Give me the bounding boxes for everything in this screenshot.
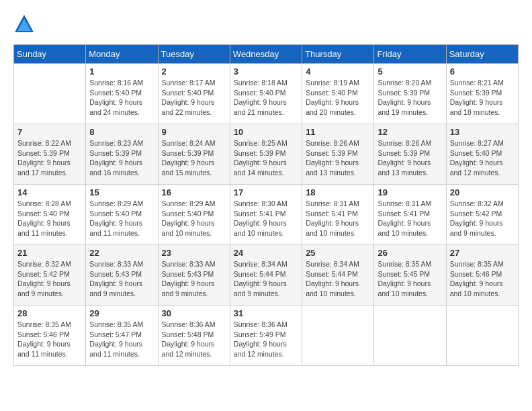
weekday-header-monday: Monday <box>86 45 158 64</box>
day-cell: 4Sunrise: 8:19 AM Sunset: 5:40 PM Daylig… <box>302 64 374 124</box>
week-row-1: 1Sunrise: 8:16 AM Sunset: 5:40 PM Daylig… <box>14 64 519 124</box>
day-number: 11 <box>306 127 370 137</box>
day-info: Sunrise: 8:19 AM Sunset: 5:40 PM Dayligh… <box>306 78 370 118</box>
day-cell: 3Sunrise: 8:18 AM Sunset: 5:40 PM Daylig… <box>230 64 302 124</box>
day-number: 1 <box>89 66 154 77</box>
day-cell: 21Sunrise: 8:32 AM Sunset: 5:42 PM Dayli… <box>14 245 86 306</box>
day-info: Sunrise: 8:25 AM Sunset: 5:39 PM Dayligh… <box>234 138 298 178</box>
day-info: Sunrise: 8:28 AM Sunset: 5:40 PM Dayligh… <box>17 199 82 238</box>
day-cell: 24Sunrise: 8:34 AM Sunset: 5:44 PM Dayli… <box>230 245 302 306</box>
day-cell: 7Sunrise: 8:22 AM Sunset: 5:39 PM Daylig… <box>14 124 86 185</box>
day-info: Sunrise: 8:21 AM Sunset: 5:39 PM Dayligh… <box>450 78 515 118</box>
day-number: 18 <box>306 187 370 197</box>
day-info: Sunrise: 8:29 AM Sunset: 5:40 PM Dayligh… <box>89 199 154 238</box>
day-cell: 28Sunrise: 8:35 AM Sunset: 5:46 PM Dayli… <box>14 306 86 366</box>
day-cell: 23Sunrise: 8:33 AM Sunset: 5:43 PM Dayli… <box>158 245 230 306</box>
day-info: Sunrise: 8:35 AM Sunset: 5:46 PM Dayligh… <box>17 320 82 359</box>
day-number: 28 <box>17 308 82 318</box>
day-cell: 18Sunrise: 8:31 AM Sunset: 5:41 PM Dayli… <box>302 185 374 245</box>
weekday-header-row: SundayMondayTuesdayWednesdayThursdayFrid… <box>14 45 519 64</box>
day-cell: 14Sunrise: 8:28 AM Sunset: 5:40 PM Dayli… <box>14 185 86 245</box>
day-number: 29 <box>89 308 154 318</box>
week-row-4: 21Sunrise: 8:32 AM Sunset: 5:42 PM Dayli… <box>14 245 519 306</box>
day-number: 4 <box>306 66 370 77</box>
day-number: 26 <box>378 248 442 258</box>
logo <box>13 13 38 35</box>
day-info: Sunrise: 8:35 AM Sunset: 5:45 PM Dayligh… <box>378 259 442 299</box>
day-number: 24 <box>234 248 298 258</box>
day-info: Sunrise: 8:27 AM Sunset: 5:40 PM Dayligh… <box>450 138 515 178</box>
day-number: 13 <box>450 127 515 137</box>
day-info: Sunrise: 8:33 AM Sunset: 5:43 PM Dayligh… <box>89 259 154 299</box>
day-cell <box>14 64 86 124</box>
day-cell: 11Sunrise: 8:26 AM Sunset: 5:39 PM Dayli… <box>302 124 374 185</box>
logo-icon <box>13 13 35 35</box>
day-number: 25 <box>306 248 370 258</box>
day-cell: 29Sunrise: 8:35 AM Sunset: 5:47 PM Dayli… <box>86 306 158 366</box>
day-cell: 8Sunrise: 8:23 AM Sunset: 5:39 PM Daylig… <box>86 124 158 185</box>
weekday-header-friday: Friday <box>374 45 446 64</box>
weekday-header-tuesday: Tuesday <box>158 45 230 64</box>
day-cell: 5Sunrise: 8:20 AM Sunset: 5:39 PM Daylig… <box>374 64 446 124</box>
day-number: 16 <box>162 187 226 197</box>
day-number: 8 <box>89 127 154 137</box>
day-number: 30 <box>162 308 226 318</box>
day-cell <box>302 306 374 366</box>
day-number: 12 <box>378 127 442 137</box>
week-row-5: 28Sunrise: 8:35 AM Sunset: 5:46 PM Dayli… <box>14 306 519 366</box>
day-info: Sunrise: 8:34 AM Sunset: 5:44 PM Dayligh… <box>306 259 370 299</box>
day-cell: 6Sunrise: 8:21 AM Sunset: 5:39 PM Daylig… <box>446 64 518 124</box>
day-number: 20 <box>450 187 515 197</box>
day-info: Sunrise: 8:20 AM Sunset: 5:39 PM Dayligh… <box>378 78 442 118</box>
day-cell: 2Sunrise: 8:17 AM Sunset: 5:40 PM Daylig… <box>158 64 230 124</box>
day-cell: 31Sunrise: 8:36 AM Sunset: 5:49 PM Dayli… <box>230 306 302 366</box>
day-cell: 30Sunrise: 8:36 AM Sunset: 5:48 PM Dayli… <box>158 306 230 366</box>
weekday-header-thursday: Thursday <box>302 45 374 64</box>
day-number: 15 <box>89 187 154 197</box>
day-number: 23 <box>162 248 226 258</box>
day-cell: 16Sunrise: 8:29 AM Sunset: 5:40 PM Dayli… <box>158 185 230 245</box>
day-number: 3 <box>234 66 298 77</box>
day-info: Sunrise: 8:31 AM Sunset: 5:41 PM Dayligh… <box>378 199 442 238</box>
day-cell: 9Sunrise: 8:24 AM Sunset: 5:39 PM Daylig… <box>158 124 230 185</box>
day-info: Sunrise: 8:35 AM Sunset: 5:47 PM Dayligh… <box>89 320 154 359</box>
day-cell: 22Sunrise: 8:33 AM Sunset: 5:43 PM Dayli… <box>86 245 158 306</box>
day-info: Sunrise: 8:24 AM Sunset: 5:39 PM Dayligh… <box>162 138 226 178</box>
day-info: Sunrise: 8:36 AM Sunset: 5:49 PM Dayligh… <box>234 320 298 359</box>
day-number: 22 <box>89 248 154 258</box>
day-info: Sunrise: 8:33 AM Sunset: 5:43 PM Dayligh… <box>162 259 226 299</box>
day-cell: 15Sunrise: 8:29 AM Sunset: 5:40 PM Dayli… <box>86 185 158 245</box>
day-number: 21 <box>17 248 82 258</box>
day-info: Sunrise: 8:29 AM Sunset: 5:40 PM Dayligh… <box>162 199 226 238</box>
day-number: 2 <box>162 66 226 77</box>
top-bar <box>13 13 519 40</box>
day-cell: 25Sunrise: 8:34 AM Sunset: 5:44 PM Dayli… <box>302 245 374 306</box>
day-number: 5 <box>378 66 442 77</box>
day-info: Sunrise: 8:34 AM Sunset: 5:44 PM Dayligh… <box>234 259 298 299</box>
week-row-2: 7Sunrise: 8:22 AM Sunset: 5:39 PM Daylig… <box>14 124 519 185</box>
day-info: Sunrise: 8:26 AM Sunset: 5:39 PM Dayligh… <box>306 138 370 178</box>
day-info: Sunrise: 8:22 AM Sunset: 5:39 PM Dayligh… <box>17 138 82 178</box>
day-cell <box>374 306 446 366</box>
day-number: 19 <box>378 187 442 197</box>
day-cell: 17Sunrise: 8:30 AM Sunset: 5:41 PM Dayli… <box>230 185 302 245</box>
day-info: Sunrise: 8:26 AM Sunset: 5:39 PM Dayligh… <box>378 138 442 178</box>
day-info: Sunrise: 8:16 AM Sunset: 5:40 PM Dayligh… <box>89 78 154 118</box>
calendar-table: SundayMondayTuesdayWednesdayThursdayFrid… <box>13 44 519 366</box>
day-cell: 19Sunrise: 8:31 AM Sunset: 5:41 PM Dayli… <box>374 185 446 245</box>
day-number: 9 <box>162 127 226 137</box>
day-info: Sunrise: 8:32 AM Sunset: 5:42 PM Dayligh… <box>17 259 82 299</box>
day-number: 10 <box>234 127 298 137</box>
weekday-header-wednesday: Wednesday <box>230 45 302 64</box>
weekday-header-saturday: Saturday <box>446 45 518 64</box>
day-info: Sunrise: 8:35 AM Sunset: 5:46 PM Dayligh… <box>450 259 515 299</box>
day-info: Sunrise: 8:31 AM Sunset: 5:41 PM Dayligh… <box>306 199 370 238</box>
day-number: 17 <box>234 187 298 197</box>
weekday-header-sunday: Sunday <box>14 45 86 64</box>
day-info: Sunrise: 8:32 AM Sunset: 5:42 PM Dayligh… <box>450 199 515 238</box>
day-cell: 13Sunrise: 8:27 AM Sunset: 5:40 PM Dayli… <box>446 124 518 185</box>
day-cell: 27Sunrise: 8:35 AM Sunset: 5:46 PM Dayli… <box>446 245 518 306</box>
day-number: 6 <box>450 66 515 77</box>
week-row-3: 14Sunrise: 8:28 AM Sunset: 5:40 PM Dayli… <box>14 185 519 245</box>
day-number: 31 <box>234 308 298 318</box>
